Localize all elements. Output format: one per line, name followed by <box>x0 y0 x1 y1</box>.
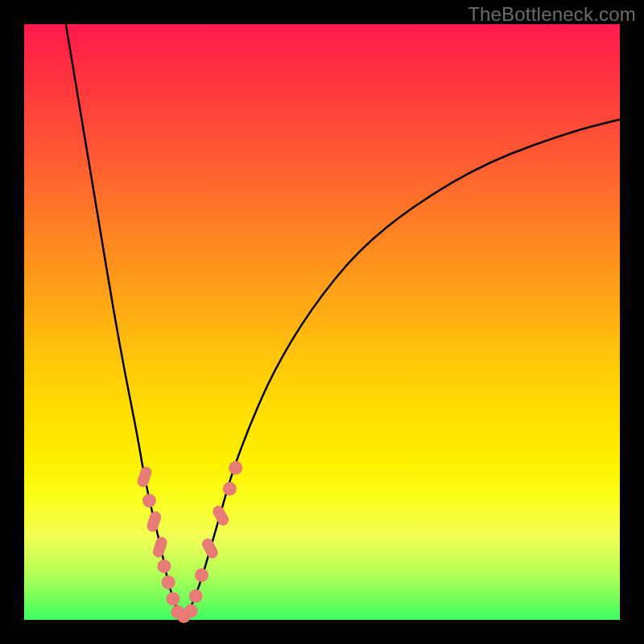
watermark-text: TheBottleneck.com <box>468 3 636 26</box>
marker-group <box>136 461 242 623</box>
data-marker <box>229 461 242 475</box>
data-marker <box>136 465 153 489</box>
curve-right-branch <box>182 119 620 617</box>
data-marker <box>167 592 180 606</box>
data-marker <box>162 576 175 589</box>
data-marker <box>200 536 221 560</box>
plot-area <box>24 24 620 620</box>
data-marker <box>151 535 168 559</box>
chart-svg <box>24 24 620 620</box>
data-marker <box>189 589 203 603</box>
chart-frame: TheBottleneck.com <box>0 0 644 644</box>
data-marker <box>142 494 156 508</box>
data-marker <box>195 568 208 582</box>
data-marker <box>211 504 231 528</box>
data-marker <box>157 559 171 573</box>
data-marker <box>223 482 237 496</box>
data-marker <box>146 510 163 533</box>
curve-left-branch <box>66 24 182 617</box>
data-marker <box>184 604 198 617</box>
